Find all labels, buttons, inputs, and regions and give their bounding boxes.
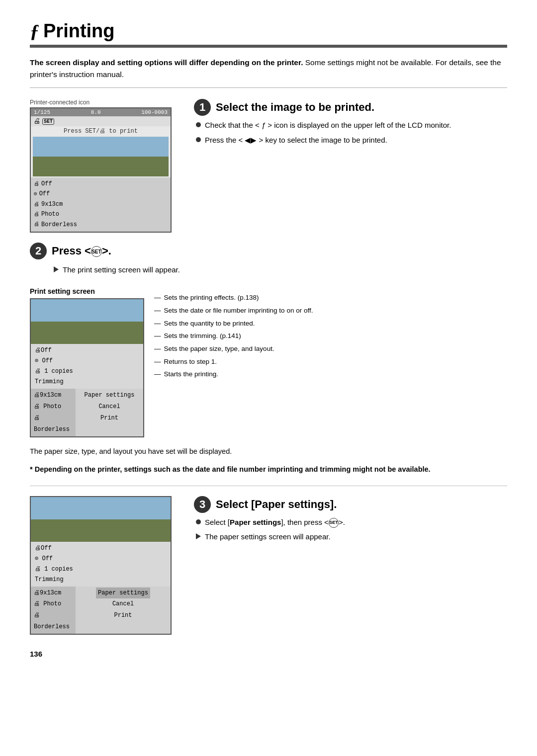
pss-label-2: 🖨 Photo xyxy=(34,401,73,413)
pss-right-settings-step3: 🖨Off ⊙ Off 🖨 1 copies Trimming xyxy=(31,542,171,587)
pss3-label-2: 🖨 Photo xyxy=(34,598,73,610)
step-1-number: 1 xyxy=(194,99,211,116)
callout-text-2: Sets the date or file number imprinting … xyxy=(164,304,313,317)
callout-dash-4: — xyxy=(154,330,161,342)
pss-setting-1: 🖨Off xyxy=(35,345,139,356)
step-3-bullet-1-text: Select [Paper settings], then press <SET… xyxy=(205,517,345,528)
pss-screen-area: Print setting screen 🖨Off ⊙ Off 🖨 1 copi… xyxy=(30,287,144,437)
intro-paragraph: The screen display and setting options w… xyxy=(30,57,507,88)
pss3-right-buttons: Paper settings Cancel Print xyxy=(76,587,171,634)
setting-icon-3: 🖨 xyxy=(34,200,39,209)
step-1-heading: Select the image to be printed. xyxy=(216,101,374,114)
callout-text-4: Sets the trimming. (p.141) xyxy=(164,330,241,342)
pss-screen: 🖨Off ⊙ Off 🖨 1 copies Trimming 🖨9x13cm 🖨… xyxy=(30,298,144,437)
setting-val-3: 9x13cm xyxy=(41,199,63,209)
callout-dash-3: — xyxy=(154,317,161,330)
lcd-shutter: 1/125 xyxy=(34,109,50,115)
selected-paper-settings: Paper settings xyxy=(96,588,150,599)
bullet-dot-2 xyxy=(196,137,201,142)
lcd-screen-step1: 1/125 8.0 100-0003 🖨 SET Press SET/🖨 to … xyxy=(30,107,172,233)
print-setting-label: Print setting screen xyxy=(30,287,144,295)
pss-right-settings: 🖨Off ⊙ Off 🖨 1 copies Trimming xyxy=(31,344,143,389)
step-2-number: 2 xyxy=(30,243,47,259)
pss-right-buttons: Paper settings Cancel Print xyxy=(76,389,143,436)
step-2-content: The print setting screen will appear. xyxy=(52,264,507,276)
callout-lines: — Sets the printing effects. (p.138) — S… xyxy=(154,287,313,380)
paper-settings-bold: Paper settings xyxy=(230,518,281,526)
setting-icon-1: 🖨 xyxy=(34,179,39,189)
callout-dash-1: — xyxy=(154,291,161,304)
callout-dash-5: — xyxy=(154,342,161,355)
pss-sky-step3 xyxy=(31,497,171,519)
lcd-print-label: Press SET/🖨 to print xyxy=(31,126,171,136)
lcd-aperture: 8.0 xyxy=(91,109,101,115)
lcd-top-bar: 1/125 8.0 100-0003 xyxy=(31,108,171,116)
lcd-setting-3: 🖨 9x13cm xyxy=(34,199,168,209)
callout-dash-2: — xyxy=(154,304,161,317)
step-3-bullet-1: Select [Paper settings], then press <SET… xyxy=(196,517,507,528)
setting-val-2: Off xyxy=(39,189,50,199)
printing-icon: ƒ xyxy=(30,20,39,42)
lcd-setting-2: ⊙ Off xyxy=(34,189,168,199)
step-1-lcd-area: Printer-connected icon 1/125 8.0 100-000… xyxy=(30,99,184,233)
pss-btn-cancel: Cancel xyxy=(80,401,139,413)
pss-setting-3: 🖨 1 copies xyxy=(35,366,139,377)
step-2-bullets: The print setting screen will appear. xyxy=(54,264,507,276)
callout-7: — Starts the printing. xyxy=(154,368,313,381)
pss-bottom-row: 🖨9x13cm 🖨 Photo 🖨Borderless Paper settin… xyxy=(31,389,143,436)
step-1-heading-row: 1 Select the image to be printed. xyxy=(194,99,507,116)
pss-setting-4: Trimming xyxy=(35,377,139,387)
lcd-settings-panel: 🖨 Off ⊙ Off 🖨 9x13cm 🖨 Photo 🖨 xyxy=(31,177,171,232)
pss-screen-step3: 🖨Off ⊙ Off 🖨 1 copies Trimming 🖨9x13cm 🖨… xyxy=(30,496,172,635)
callout-text-3: Sets the quantity to be printed. xyxy=(164,317,255,330)
printer-icon-label: Printer-connected icon xyxy=(30,99,184,106)
pss-ground-step3 xyxy=(31,519,171,542)
callout-dash-6: — xyxy=(154,355,161,368)
set-button-symbol: SET xyxy=(91,246,102,257)
setting-icon-4: 🖨 xyxy=(34,210,39,219)
pss-photo xyxy=(31,299,143,344)
step-1-row: Printer-connected icon 1/125 8.0 100-000… xyxy=(30,99,507,233)
step-3-heading: Select [Paper settings]. xyxy=(216,498,337,511)
step-2-bullet-1: The print setting screen will appear. xyxy=(54,264,507,276)
callout-dash-7: — xyxy=(154,368,161,381)
step-3-bullet-2-text: The paper settings screen will appear. xyxy=(205,531,331,543)
set-indicator: SET xyxy=(42,118,54,125)
pss3-setting-2: ⊙ Off xyxy=(35,554,167,564)
lcd-photo-area xyxy=(33,137,169,176)
bullet-dot-1 xyxy=(196,122,201,127)
pss3-label-3: 🖨Borderless xyxy=(34,610,73,633)
step-1-bullets: Check that the < ƒ > icon is displayed o… xyxy=(196,120,507,146)
step-3-lcd-area: 🖨Off ⊙ Off 🖨 1 copies Trimming 🖨9x13cm 🖨… xyxy=(30,496,184,635)
callout-text-7: Starts the printing. xyxy=(164,368,219,381)
setting-val-1: Off xyxy=(41,179,52,189)
pss3-left-labels: 🖨9x13cm 🖨 Photo 🖨Borderless xyxy=(31,587,76,634)
lcd-setting-5: 🖨 Borderless xyxy=(34,220,168,230)
step-2-bullet-text: The print setting screen will appear. xyxy=(63,264,180,276)
section-divider xyxy=(30,486,507,486)
step-3-bullets: Select [Paper settings], then press <SET… xyxy=(196,517,507,543)
note-star: * Depending on the printer, settings suc… xyxy=(30,464,507,475)
pss-bottom-row-step3: 🖨9x13cm 🖨 Photo 🖨Borderless Paper settin… xyxy=(31,587,171,634)
step-2-heading: Press <SET>. xyxy=(52,245,111,257)
pss-btn-print: Print xyxy=(80,413,139,424)
callout-text-5: Sets the paper size, type, and layout. xyxy=(164,342,274,355)
step-3-heading-row: 3 Select [Paper settings]. xyxy=(194,496,507,513)
step-1-bullet-1-text: Check that the < ƒ > icon is displayed o… xyxy=(205,120,451,131)
pss3-setting-3: 🖨 1 copies xyxy=(35,564,167,575)
step-3-number: 3 xyxy=(194,496,211,513)
pss-label-3: 🖨Borderless xyxy=(34,413,73,435)
pss-sky xyxy=(31,299,143,322)
setting-icon-5: 🖨 xyxy=(34,220,39,229)
callout-5: — Sets the paper size, type, and layout. xyxy=(154,342,313,355)
lcd-setting-4: 🖨 Photo xyxy=(34,209,168,219)
callout-1: — Sets the printing effects. (p.138) xyxy=(154,291,313,304)
callout-6: — Returns to step 1. xyxy=(154,355,313,368)
lcd-ground xyxy=(33,157,169,176)
pss3-label-1: 🖨9x13cm xyxy=(34,588,73,599)
step-2-area: 2 Press <SET>. The print setting screen … xyxy=(30,243,507,276)
pss3-btn-print: Print xyxy=(80,610,167,621)
callout-3: — Sets the quantity to be printed. xyxy=(154,317,313,330)
callout-text-1: Sets the printing effects. (p.138) xyxy=(164,291,259,304)
set-btn-step3: SET xyxy=(329,518,339,528)
